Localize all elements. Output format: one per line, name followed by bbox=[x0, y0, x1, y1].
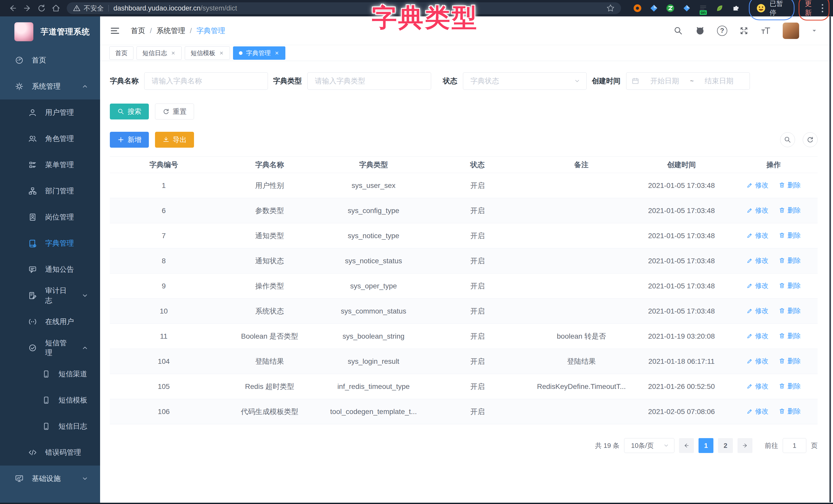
sidebar-item-dictionary[interactable]: 字典管理 bbox=[0, 230, 100, 256]
extension-icon[interactable] bbox=[632, 3, 643, 13]
tab-sms-template[interactable]: 短信模板 bbox=[185, 46, 230, 60]
breadcrumb-home[interactable]: 首页 bbox=[131, 26, 145, 35]
table-row[interactable]: 7 通知类型 sys_notice_type 开启 2021-01-05 17:… bbox=[110, 223, 817, 248]
delete-link[interactable]: 删除 bbox=[779, 407, 801, 416]
user-avatar[interactable] bbox=[783, 23, 799, 39]
browser-back-button[interactable] bbox=[6, 1, 20, 16]
font-size-icon[interactable] bbox=[761, 26, 771, 36]
dict-type-link[interactable]: sys_user_sex bbox=[322, 173, 426, 198]
table-row[interactable]: 8 通知状态 sys_notice_status 开启 2021-01-05 1… bbox=[110, 248, 817, 274]
table-row[interactable]: 104 登陆结果 sys_login_result 开启 登陆结果 2021-0… bbox=[110, 349, 817, 374]
sidebar-item-infrastructure[interactable]: 基础设施 bbox=[0, 465, 100, 492]
scrollbar[interactable] bbox=[829, 17, 831, 502]
dict-type-link[interactable]: sys_notice_status bbox=[322, 248, 426, 274]
sidebar-item-audit-log[interactable]: 审计日志 bbox=[0, 282, 100, 309]
page-button-1[interactable]: 1 bbox=[698, 438, 713, 453]
sidebar-item-roles[interactable]: 角色管理 bbox=[0, 126, 100, 152]
sidebar-item-error-code[interactable]: 错误码管理 bbox=[0, 439, 100, 465]
table-row[interactable]: 6 参数类型 sys_config_type 开启 2021-01-05 17:… bbox=[110, 198, 817, 223]
browser-forward-button[interactable] bbox=[20, 1, 34, 16]
dict-type-link[interactable]: sys_boolean_string bbox=[322, 324, 426, 349]
edit-link[interactable]: 修改 bbox=[746, 306, 768, 315]
delete-link[interactable]: 删除 bbox=[779, 256, 801, 265]
delete-link[interactable]: 删除 bbox=[779, 357, 801, 366]
tab-home[interactable]: 首页 bbox=[109, 46, 134, 60]
next-page-button[interactable] bbox=[738, 438, 753, 453]
dict-type-link[interactable]: tool_codegen_template_t... bbox=[322, 399, 426, 424]
header-search-icon[interactable] bbox=[673, 26, 683, 35]
browser-home-button[interactable] bbox=[49, 1, 63, 16]
delete-link[interactable]: 删除 bbox=[779, 231, 801, 240]
dict-type-link[interactable]: sys_config_type bbox=[322, 198, 426, 223]
delete-link[interactable]: 删除 bbox=[779, 306, 801, 315]
browser-reload-button[interactable] bbox=[34, 1, 49, 16]
sidebar-item-sms-log[interactable]: 短信日志 bbox=[0, 413, 100, 439]
close-icon[interactable] bbox=[274, 51, 280, 56]
fullscreen-icon[interactable] bbox=[739, 26, 749, 35]
dict-type-input[interactable] bbox=[307, 72, 431, 90]
page-jump-input[interactable] bbox=[783, 438, 806, 453]
sidebar-item-online-users[interactable]: 在线用户 bbox=[0, 309, 100, 335]
sidebar-item-departments[interactable]: 部门管理 bbox=[0, 178, 100, 204]
extensions-puzzle-icon[interactable] bbox=[731, 3, 741, 13]
table-refresh-button[interactable] bbox=[803, 132, 817, 147]
extension-icon[interactable] bbox=[714, 3, 725, 13]
table-row[interactable]: 1 用户性别 sys_user_sex 开启 2021-01-05 17:03:… bbox=[110, 173, 817, 198]
date-range-picker[interactable]: 开始日期 ~ 结束日期 bbox=[626, 72, 750, 90]
table-row[interactable]: 9 操作类型 sys_oper_type 开启 2021-01-05 17:03… bbox=[110, 274, 817, 299]
delete-link[interactable]: 删除 bbox=[779, 181, 801, 190]
sidebar-item-menus[interactable]: 菜单管理 bbox=[0, 152, 100, 178]
help-icon[interactable]: ? bbox=[717, 26, 727, 36]
sidebar-item-system[interactable]: 系统管理 bbox=[0, 73, 100, 99]
dict-type-link[interactable]: sys_common_status bbox=[322, 299, 426, 324]
edit-link[interactable]: 修改 bbox=[746, 256, 768, 265]
sidebar-item-notice[interactable]: 通知公告 bbox=[0, 256, 100, 282]
edit-link[interactable]: 修改 bbox=[746, 331, 768, 341]
add-button[interactable]: 新增 bbox=[110, 132, 149, 148]
delete-link[interactable]: 删除 bbox=[779, 281, 801, 290]
sidebar-toggle-button[interactable] bbox=[110, 26, 120, 36]
table-row[interactable]: 106 代码生成模板类型 tool_codegen_template_t... … bbox=[110, 399, 817, 424]
dict-type-link[interactable]: sys_notice_type bbox=[322, 223, 426, 248]
edit-link[interactable]: 修改 bbox=[746, 382, 768, 391]
edit-link[interactable]: 修改 bbox=[746, 206, 768, 215]
table-search-toggle-button[interactable] bbox=[780, 132, 795, 147]
extension-icon[interactable] bbox=[649, 3, 659, 13]
table-row[interactable]: 11 Boolean 是否类型 sys_boolean_string 开启 bo… bbox=[110, 324, 817, 349]
browser-profile-chip[interactable]: 已暂停 bbox=[752, 0, 792, 19]
edit-link[interactable]: 修改 bbox=[746, 231, 768, 240]
extension-icon[interactable] bbox=[665, 3, 675, 13]
tab-dictionary[interactable]: 字典管理 bbox=[233, 46, 285, 60]
page-button-2[interactable]: 2 bbox=[718, 438, 733, 453]
sidebar-item-sms-channel[interactable]: 短信渠道 bbox=[0, 361, 100, 387]
bookmark-star-icon[interactable] bbox=[606, 4, 615, 12]
app-logo[interactable]: 芋道管理系统 bbox=[0, 17, 100, 47]
delete-link[interactable]: 删除 bbox=[779, 382, 801, 391]
edit-link[interactable]: 修改 bbox=[746, 281, 768, 290]
page-size-select[interactable]: 10条/页 bbox=[624, 438, 674, 453]
edit-link[interactable]: 修改 bbox=[746, 407, 768, 416]
dict-type-link[interactable]: inf_redis_timeout_type bbox=[322, 374, 426, 399]
extension-icon[interactable] bbox=[682, 3, 692, 13]
prev-page-button[interactable] bbox=[679, 438, 694, 453]
dict-type-link[interactable]: sys_login_result bbox=[322, 349, 426, 374]
export-button[interactable]: 导出 bbox=[155, 132, 194, 148]
table-row[interactable]: 105 Redis 超时类型 inf_redis_timeout_type 开启… bbox=[110, 374, 817, 399]
caret-down-icon[interactable] bbox=[811, 27, 817, 34]
dict-name-input[interactable] bbox=[144, 72, 268, 90]
reset-button[interactable]: 重置 bbox=[155, 104, 194, 120]
dict-type-link[interactable]: sys_oper_type bbox=[322, 274, 426, 299]
search-button[interactable]: 搜索 bbox=[110, 104, 149, 120]
status-select[interactable]: 字典状态 bbox=[463, 72, 587, 90]
sidebar-item-home[interactable]: 首页 bbox=[0, 47, 100, 73]
table-row[interactable]: 10 系统状态 sys_common_status 开启 2021-01-05 … bbox=[110, 299, 817, 324]
close-icon[interactable] bbox=[219, 51, 224, 56]
sidebar-item-posts[interactable]: 岗位管理 bbox=[0, 204, 100, 230]
address-bar[interactable]: 不安全 dashboard.yudao.iocoder.cn /system/d… bbox=[67, 2, 621, 14]
github-icon[interactable] bbox=[695, 26, 705, 36]
tab-sms-log[interactable]: 短信日志 bbox=[137, 46, 182, 60]
edit-link[interactable]: 修改 bbox=[746, 181, 768, 190]
extension-icon[interactable]: on bbox=[698, 3, 708, 13]
sidebar-item-sms-template[interactable]: 短信模板 bbox=[0, 387, 100, 413]
sidebar-item-users[interactable]: 用户管理 bbox=[0, 99, 100, 126]
